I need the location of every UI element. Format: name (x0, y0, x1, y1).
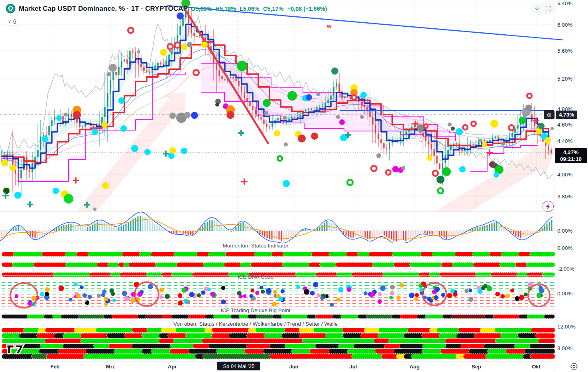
pane-title: ICE DNA Code (238, 274, 273, 280)
status-strip-row (2, 252, 555, 257)
bottom-strip-row (2, 344, 555, 348)
current-price-value: 4,27% (555, 149, 587, 156)
pane-title: ICE Trading Deluxe Big Point (221, 307, 291, 313)
dna-pane (2, 281, 554, 308)
chart-canvas[interactable]: w (0, 0, 588, 372)
high-value: H5,18% (215, 6, 236, 12)
symbol-logo-icon (6, 4, 16, 14)
crosshair-date-badge: So 04 Mai '25 (217, 362, 260, 370)
fullscreen-frame-icon (545, 6, 551, 12)
time-axis-label: Jul (350, 364, 357, 370)
status-strip-row (2, 273, 555, 277)
price-axis-label: 12,00% (557, 324, 576, 330)
symbol-header: Market Cap USDT Dominance, % · 1T · CRYP… (6, 4, 327, 14)
price-axis-label: 3,80% (557, 194, 572, 200)
download-arrow-icon (534, 6, 540, 12)
bottom-strip-row (2, 333, 555, 338)
add-alert-plus-icon[interactable]: ⊕ (544, 110, 555, 119)
pane-caption: Von oben: Status / Kerzenfarbe / Wolkenf… (173, 321, 338, 327)
screenshot-button[interactable] (543, 3, 554, 14)
instant-order-button[interactable] (543, 201, 554, 212)
time-axis-label: Feb (50, 364, 59, 370)
countdown-timer: 09:21:10 (555, 156, 587, 162)
bigpoint-strip-row (2, 315, 555, 319)
price-axis-label: 5,60% (557, 48, 572, 54)
price-axis-label: 4,60% (557, 122, 572, 128)
price-axis-label: 6,40% (557, 0, 572, 6)
timezone-settings-button[interactable] (569, 362, 579, 371)
bottom-strip-row (2, 354, 555, 359)
price-axis-label: -2,00% (557, 266, 574, 272)
time-axis-label: Aug (409, 364, 419, 370)
momentum-pane (0, 212, 554, 244)
current-price-badge: 4,27% 09:21:10 (555, 148, 587, 163)
price-axis-label: 4,00% (557, 172, 572, 178)
time-axis-label: Okt (532, 364, 541, 370)
chevron-down-icon: ∨ (8, 19, 11, 24)
low-value: L5,06% (240, 6, 260, 12)
bottom-strip-row (2, 328, 555, 332)
indicator-collapse-pill[interactable]: ∨ 5 (5, 17, 20, 26)
bottom-strip-row (2, 349, 555, 354)
close-value: C5,17% (263, 6, 284, 12)
time-axis-label: Jun (289, 364, 298, 370)
time-axis-label: Mrz (106, 364, 115, 370)
download-button[interactable] (531, 3, 542, 14)
price-axis-label: 5,20% (557, 76, 572, 82)
price-axis-label: 4,40% (557, 138, 572, 144)
tradingview-logo[interactable] (6, 342, 30, 357)
ohlc-values: O5,09% H5,18% L5,06% C5,17% +0,08 (+1,66… (191, 6, 327, 12)
price-axis-label: 4,80% (557, 106, 572, 112)
price-axis-label: 6,00% (557, 22, 572, 28)
hexagon-icon (570, 362, 578, 370)
price-axis-label: 0,00% (557, 291, 572, 297)
price-axis-label: 8,00% (557, 345, 572, 351)
change-value: +0,08 (+1,66%) (287, 6, 327, 12)
indicator-count: 5 (13, 18, 16, 25)
time-axis-label: Sep (472, 364, 481, 370)
bottom-strip-row (2, 338, 555, 343)
price-axis-label: 0,00% (557, 228, 572, 234)
pane-title: Momentum Status Indikator (222, 243, 288, 249)
time-axis-label: Apr (168, 364, 177, 370)
open-value: O5,09% (191, 6, 212, 12)
status-strip-row (2, 263, 555, 267)
tradingview-chart-window: w Market Cap USDT Dominance, % · 1T · CR… (0, 0, 588, 372)
symbol-title[interactable]: Market Cap USDT Dominance, % · 1T · CRYP… (19, 5, 188, 13)
hand-drawn-circle-annotation (10, 283, 37, 308)
price-axis-label: 0,00% (557, 245, 572, 251)
w-marker: w (326, 22, 332, 29)
lightning-icon (546, 204, 551, 209)
